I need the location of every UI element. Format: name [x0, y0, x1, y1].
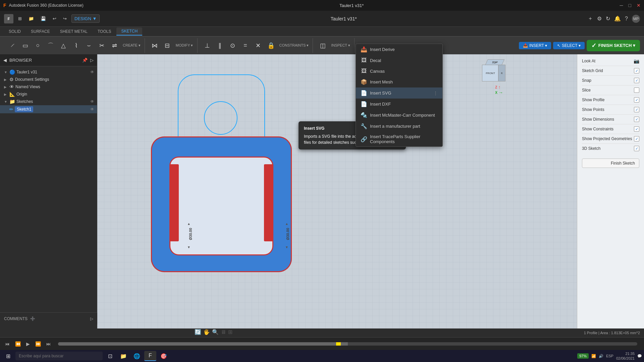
rp-item-show-projected[interactable]: Show Projected Geometries ✓ [582, 134, 639, 144]
rp-item-show-points[interactable]: Show Points ✓ [582, 105, 639, 115]
search-input[interactable] [15, 352, 103, 360]
tab-sketch[interactable]: SKETCH [116, 27, 142, 36]
sketch-grid-checkbox[interactable]: ✓ [634, 68, 639, 73]
snap-checkbox[interactable]: ✓ [634, 78, 639, 83]
chrome-button[interactable]: 🌐 [131, 351, 143, 361]
dimension-tool[interactable]: ◫ [317, 40, 328, 51]
pattern-tool[interactable]: ⊟ [162, 40, 173, 51]
offset-tool[interactable]: ⇌ [109, 40, 120, 51]
save-button[interactable]: 💾 [39, 15, 48, 22]
line-tool[interactable]: ⟋ [7, 40, 18, 51]
insert-button[interactable]: 📥 INSERT ▾ [519, 42, 551, 49]
rp-item-show-constraints[interactable]: Show Constraints ✓ [582, 124, 639, 134]
tab-sheet-metal[interactable]: SHEET METAL [55, 28, 92, 35]
canvas-area[interactable]: Ø30.00 Ø30.00 ▲ ▼ ▲ ▼ Insert SVG Imports… [97, 54, 577, 337]
dd-item-insert-derive[interactable]: 📥 Insert Derive [356, 44, 442, 55]
slice-checkbox[interactable] [634, 87, 639, 93]
rp-item-sketch-grid[interactable]: Sketch Grid ✓ [582, 66, 639, 76]
view-cube[interactable]: TOP FRONT R [481, 59, 505, 83]
profile-icon[interactable]: MP [632, 15, 640, 23]
fusion-taskbar-button[interactable]: F [144, 351, 156, 361]
rp-item-slice[interactable]: Slice [582, 85, 639, 95]
dd-item-canvas[interactable]: 🖼 Canvas [356, 66, 442, 76]
timeline-first-button[interactable]: ⏮ [3, 340, 11, 348]
dd-item-manufacturer[interactable]: 🔧 Insert a manufacturer part [356, 121, 442, 132]
task-view-button[interactable]: ⊡ [104, 351, 116, 361]
show-dimensions-checkbox[interactable]: ✓ [634, 117, 639, 122]
eye-icon[interactable]: 👁 [90, 99, 94, 104]
dd-item-insert-mesh[interactable]: 📦 Insert Mesh [356, 76, 442, 87]
polygon-tool[interactable]: △ [58, 40, 69, 51]
tab-surface[interactable]: SURFACE [26, 28, 55, 35]
dd-item-decal[interactable]: 🖼 Decal [356, 55, 442, 66]
tree-item-origin[interactable]: ▶ 📐 Origin [0, 90, 97, 98]
show-projected-checkbox[interactable]: ✓ [634, 136, 639, 141]
another-app-button[interactable]: 🎯 [158, 351, 170, 361]
mirror-tool[interactable]: ⋈ [149, 40, 160, 51]
constraint-parallel[interactable]: ∥ [214, 40, 226, 51]
grid-button[interactable]: ⊞ [228, 329, 232, 335]
show-profile-checkbox[interactable]: ✓ [634, 97, 639, 103]
browser-expand[interactable]: ▷ [90, 58, 94, 63]
constraint-lock[interactable]: 🔒 [265, 40, 277, 51]
timeline-track[interactable] [58, 342, 637, 346]
constraint-equal[interactable]: = [240, 40, 251, 51]
create-label[interactable]: CREATE ▾ [121, 43, 142, 48]
finish-sketch-panel-button[interactable]: Finish Sketch [582, 159, 639, 168]
rp-item-show-profile[interactable]: Show Profile ✓ [582, 95, 639, 105]
constraints-label[interactable]: CONSTRAINTS ▾ [278, 43, 310, 48]
notification-center[interactable]: 💬 [637, 354, 642, 358]
rp-item-look-at[interactable]: Look At 📷 [582, 56, 639, 66]
trim-tool[interactable]: ✂ [96, 40, 107, 51]
eye-icon[interactable]: 👁 [90, 107, 94, 112]
timeline-last-button[interactable]: ⏭ [45, 340, 53, 348]
constraint-tangent[interactable]: ⊙ [227, 40, 238, 51]
help-icon[interactable]: ? [625, 16, 628, 22]
eye-icon[interactable]: 👁 [90, 70, 94, 74]
display-settings-button[interactable]: 🖥 [221, 329, 226, 335]
tree-item-sketch1[interactable]: ✏ Sketch1 👁 [0, 105, 97, 113]
new-button[interactable]: ⊞ [16, 15, 24, 22]
select-button[interactable]: ↖ SELECT ▾ [553, 42, 585, 49]
redo-button[interactable]: ↪ [61, 15, 69, 22]
add-icon[interactable]: ＋ [588, 15, 593, 22]
show-constraints-checkbox[interactable]: ✓ [634, 126, 639, 132]
rp-item-show-dimensions[interactable]: Show Dimensions ✓ [582, 115, 639, 124]
tree-item-sketches[interactable]: ▼ 📁 Sketches 👁 [0, 98, 97, 105]
dd-item-traceparts[interactable]: 🔗 Insert TraceParts Supplier Components [356, 132, 442, 146]
tab-solid[interactable]: SOLID [4, 28, 25, 35]
browser-arrow-left[interactable]: ◀ [3, 58, 7, 63]
modify-label[interactable]: MODIFY ▾ [174, 43, 195, 48]
show-points-checkbox[interactable]: ✓ [634, 107, 639, 112]
zoom-button[interactable]: 🔍 [212, 329, 219, 335]
comments-expand[interactable]: ▷ [90, 316, 93, 321]
minimize-button[interactable]: ─ [620, 3, 623, 8]
timeline-thumb[interactable] [336, 342, 341, 346]
finish-sketch-button[interactable]: ✓ FINISH SKETCH ▾ [587, 40, 640, 51]
inspect-label[interactable]: INSPECT ▾ [330, 43, 352, 48]
notification-icon[interactable]: 🔔 [614, 15, 621, 22]
design-dropdown[interactable]: DESIGN ▼ [71, 14, 100, 23]
tree-item-root[interactable]: ▼ 🔵 Tauler1 v31 👁 [0, 68, 97, 76]
circle-tool[interactable]: ○ [32, 40, 44, 51]
3d-sketch-checkbox[interactable]: ✓ [634, 146, 639, 151]
dd-item-mcmaster[interactable]: 🔩 Insert McMaster-Carr Component [356, 110, 442, 121]
constraint-x[interactable]: ✕ [253, 40, 264, 51]
timeline-prev-button[interactable]: ⏪ [13, 340, 22, 348]
orbit-button[interactable]: 🔄 [195, 329, 201, 335]
start-button[interactable]: ⊞ [2, 351, 14, 361]
browser-pin[interactable]: 📌 [82, 58, 88, 63]
rp-item-snap[interactable]: Snap ✓ [582, 76, 639, 85]
file-explorer-button[interactable]: 📁 [117, 351, 129, 361]
open-button[interactable]: 📁 [26, 15, 36, 22]
tree-item-namedviews[interactable]: ▶ 👁 Named Views [0, 83, 97, 90]
dd-item-insert-svg[interactable]: 📄 Insert SVG ⋮ [356, 87, 442, 99]
arc-tool[interactable]: ⌒ [45, 40, 56, 51]
tree-item-docsettings[interactable]: ▶ ⚙ Document Settings [0, 76, 97, 83]
comments-add-icon[interactable]: ➕ [30, 316, 35, 321]
close-button[interactable]: ✕ [637, 3, 641, 8]
constraint-perpendicular[interactable]: ⊥ [202, 40, 213, 51]
refresh-icon[interactable]: ↻ [606, 15, 610, 22]
undo-button[interactable]: ↩ [51, 15, 58, 22]
rp-item-3d-sketch[interactable]: 3D Sketch ✓ [582, 144, 639, 153]
